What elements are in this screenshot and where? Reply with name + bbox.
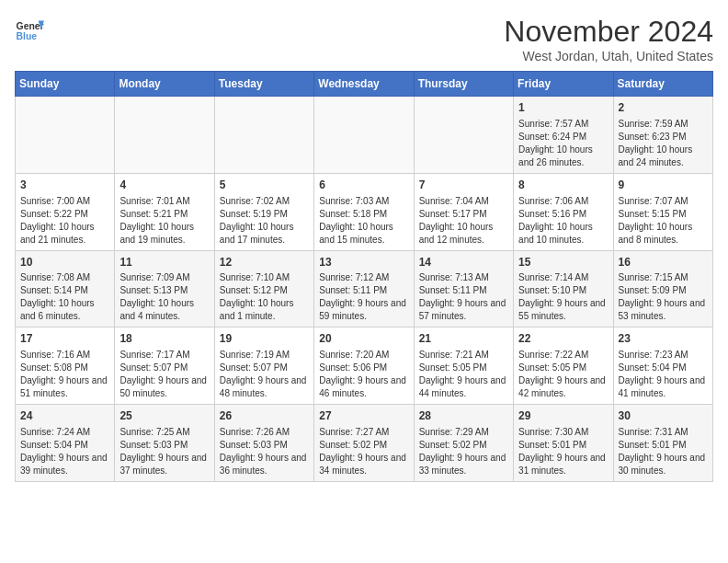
weekday-header-saturday: Saturday	[613, 72, 712, 97]
day-info: Sunrise: 7:15 AMSunset: 5:09 PMDaylight:…	[619, 271, 708, 323]
day-info: Sunrise: 7:16 AMSunset: 5:08 PMDaylight:…	[20, 349, 109, 400]
day-number: 25	[119, 408, 209, 424]
day-info: Sunrise: 7:02 AMSunset: 5:19 PMDaylight:…	[220, 195, 309, 247]
calendar-cell: 29Sunrise: 7:30 AMSunset: 5:01 PMDayligh…	[514, 405, 613, 482]
page-header: General Blue November 2024 West Jordan, …	[15, 15, 713, 63]
calendar-cell	[214, 97, 313, 174]
day-info: Sunrise: 7:27 AMSunset: 5:02 PMDaylight:…	[319, 426, 408, 477]
calendar-cell: 12Sunrise: 7:10 AMSunset: 5:12 PMDayligh…	[214, 250, 313, 327]
day-number: 28	[419, 408, 508, 424]
day-number: 16	[619, 255, 708, 270]
calendar-cell: 10Sunrise: 7:08 AMSunset: 5:14 PMDayligh…	[16, 250, 115, 327]
calendar-cell: 25Sunrise: 7:25 AMSunset: 5:03 PMDayligh…	[115, 405, 214, 482]
day-info: Sunrise: 7:10 AMSunset: 5:12 PMDaylight:…	[220, 271, 309, 323]
weekday-header-tuesday: Tuesday	[214, 72, 313, 97]
calendar-cell: 8Sunrise: 7:06 AMSunset: 5:16 PMDaylight…	[514, 173, 613, 250]
calendar-cell: 19Sunrise: 7:19 AMSunset: 5:07 PMDayligh…	[214, 327, 313, 405]
calendar-cell	[414, 97, 513, 174]
day-info: Sunrise: 7:09 AMSunset: 5:13 PMDaylight:…	[119, 271, 209, 323]
day-number: 7	[419, 178, 508, 193]
calendar-cell	[16, 97, 115, 174]
day-number: 23	[619, 331, 708, 347]
day-number: 17	[20, 331, 109, 347]
day-info: Sunrise: 7:08 AMSunset: 5:14 PMDaylight:…	[20, 271, 109, 323]
day-info: Sunrise: 7:24 AMSunset: 5:04 PMDaylight:…	[20, 426, 109, 477]
calendar-cell	[115, 97, 214, 174]
day-info: Sunrise: 7:04 AMSunset: 5:17 PMDaylight:…	[419, 195, 508, 247]
calendar-cell: 4Sunrise: 7:01 AMSunset: 5:21 PMDaylight…	[115, 173, 214, 250]
calendar-cell: 13Sunrise: 7:12 AMSunset: 5:11 PMDayligh…	[314, 250, 414, 327]
weekday-header-monday: Monday	[115, 72, 214, 97]
calendar-cell: 17Sunrise: 7:16 AMSunset: 5:08 PMDayligh…	[16, 327, 115, 405]
calendar-cell: 1Sunrise: 7:57 AMSunset: 6:24 PMDaylight…	[514, 97, 613, 174]
svg-text:Blue: Blue	[17, 31, 38, 41]
logo: General Blue	[15, 15, 44, 44]
day-info: Sunrise: 7:26 AMSunset: 5:03 PMDaylight:…	[220, 426, 309, 477]
location: West Jordan, Utah, United States	[504, 49, 713, 63]
day-info: Sunrise: 7:17 AMSunset: 5:07 PMDaylight:…	[119, 349, 209, 400]
calendar-cell: 23Sunrise: 7:23 AMSunset: 5:04 PMDayligh…	[613, 327, 712, 405]
calendar-cell: 21Sunrise: 7:21 AMSunset: 5:05 PMDayligh…	[414, 327, 513, 405]
day-info: Sunrise: 7:23 AMSunset: 5:04 PMDaylight:…	[619, 349, 708, 400]
calendar-cell: 9Sunrise: 7:07 AMSunset: 5:15 PMDaylight…	[613, 173, 712, 250]
day-number: 3	[20, 178, 109, 193]
day-number: 13	[319, 255, 408, 270]
calendar-cell: 20Sunrise: 7:20 AMSunset: 5:06 PMDayligh…	[314, 327, 414, 405]
day-number: 2	[619, 100, 708, 116]
day-info: Sunrise: 7:07 AMSunset: 5:15 PMDaylight:…	[619, 195, 708, 247]
calendar-cell: 28Sunrise: 7:29 AMSunset: 5:02 PMDayligh…	[414, 405, 513, 482]
weekday-header-row: SundayMondayTuesdayWednesdayThursdayFrid…	[16, 72, 713, 97]
calendar-table: SundayMondayTuesdayWednesdayThursdayFrid…	[15, 71, 713, 482]
weekday-header-wednesday: Wednesday	[314, 72, 414, 97]
day-number: 11	[119, 255, 209, 270]
day-info: Sunrise: 7:30 AMSunset: 5:01 PMDaylight:…	[518, 426, 608, 477]
day-number: 24	[20, 408, 109, 424]
week-row-4: 17Sunrise: 7:16 AMSunset: 5:08 PMDayligh…	[16, 327, 713, 405]
day-info: Sunrise: 7:19 AMSunset: 5:07 PMDaylight:…	[220, 349, 309, 400]
calendar-cell: 6Sunrise: 7:03 AMSunset: 5:18 PMDaylight…	[314, 173, 414, 250]
day-number: 1	[518, 100, 608, 116]
calendar-cell: 11Sunrise: 7:09 AMSunset: 5:13 PMDayligh…	[115, 250, 214, 327]
calendar-cell: 16Sunrise: 7:15 AMSunset: 5:09 PMDayligh…	[613, 250, 712, 327]
logo-icon: General Blue	[15, 15, 44, 44]
calendar-cell: 7Sunrise: 7:04 AMSunset: 5:17 PMDaylight…	[414, 173, 513, 250]
day-number: 30	[619, 408, 708, 424]
calendar-cell: 24Sunrise: 7:24 AMSunset: 5:04 PMDayligh…	[16, 405, 115, 482]
day-number: 18	[119, 331, 209, 347]
day-number: 22	[518, 331, 608, 347]
calendar-cell: 14Sunrise: 7:13 AMSunset: 5:11 PMDayligh…	[414, 250, 513, 327]
day-number: 12	[220, 255, 309, 270]
calendar-cell: 18Sunrise: 7:17 AMSunset: 5:07 PMDayligh…	[115, 327, 214, 405]
day-number: 9	[619, 178, 708, 193]
day-number: 21	[419, 331, 508, 347]
calendar-cell: 30Sunrise: 7:31 AMSunset: 5:01 PMDayligh…	[613, 405, 712, 482]
day-info: Sunrise: 7:06 AMSunset: 5:16 PMDaylight:…	[518, 195, 608, 247]
calendar-cell: 3Sunrise: 7:00 AMSunset: 5:22 PMDaylight…	[16, 173, 115, 250]
day-info: Sunrise: 7:12 AMSunset: 5:11 PMDaylight:…	[319, 271, 408, 323]
day-number: 4	[119, 178, 209, 193]
day-number: 29	[518, 408, 608, 424]
day-info: Sunrise: 7:21 AMSunset: 5:05 PMDaylight:…	[419, 349, 508, 400]
day-info: Sunrise: 7:03 AMSunset: 5:18 PMDaylight:…	[319, 195, 408, 247]
day-number: 6	[319, 178, 408, 193]
day-number: 15	[518, 255, 608, 270]
day-info: Sunrise: 7:59 AMSunset: 6:23 PMDaylight:…	[619, 118, 708, 169]
week-row-3: 10Sunrise: 7:08 AMSunset: 5:14 PMDayligh…	[16, 250, 713, 327]
day-number: 27	[319, 408, 408, 424]
day-number: 19	[220, 331, 309, 347]
week-row-5: 24Sunrise: 7:24 AMSunset: 5:04 PMDayligh…	[16, 405, 713, 482]
day-info: Sunrise: 7:22 AMSunset: 5:05 PMDaylight:…	[518, 349, 608, 400]
weekday-header-friday: Friday	[514, 72, 613, 97]
day-info: Sunrise: 7:57 AMSunset: 6:24 PMDaylight:…	[518, 118, 608, 169]
day-number: 20	[319, 331, 408, 347]
day-info: Sunrise: 7:01 AMSunset: 5:21 PMDaylight:…	[119, 195, 209, 247]
day-info: Sunrise: 7:14 AMSunset: 5:10 PMDaylight:…	[518, 271, 608, 323]
day-number: 26	[220, 408, 309, 424]
calendar-cell: 5Sunrise: 7:02 AMSunset: 5:19 PMDaylight…	[214, 173, 313, 250]
day-number: 14	[419, 255, 508, 270]
day-info: Sunrise: 7:13 AMSunset: 5:11 PMDaylight:…	[419, 271, 508, 323]
calendar-cell	[314, 97, 414, 174]
day-number: 5	[220, 178, 309, 193]
day-info: Sunrise: 7:31 AMSunset: 5:01 PMDaylight:…	[619, 426, 708, 477]
day-info: Sunrise: 7:00 AMSunset: 5:22 PMDaylight:…	[20, 195, 109, 247]
